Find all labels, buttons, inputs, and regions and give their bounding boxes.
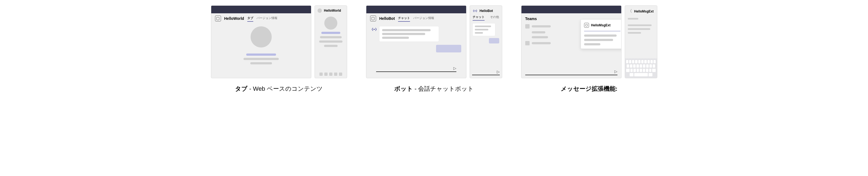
send-icon[interactable]: ▷: [615, 69, 617, 74]
placeholder-line: [532, 42, 551, 44]
caption-bold: タブ: [235, 85, 248, 92]
keyboard[interactable]: [625, 58, 657, 78]
svg-point-1: [374, 29, 375, 30]
mobile-header: HelloBot: [470, 6, 502, 15]
caption-tab: タブ - Web ベースのコンテンツ: [235, 85, 323, 93]
app-icon-inner: [585, 24, 588, 26]
avatar-placeholder: [251, 26, 272, 48]
placeholder-line: [475, 32, 483, 34]
app-icon-inner: [372, 17, 374, 20]
mobile-content: [315, 15, 347, 70]
group-msgext: Teams HelloMsgExt: [521, 5, 657, 93]
bot-message-bubble: [473, 23, 495, 36]
bot-message-row: [371, 26, 461, 42]
placeholder-line: [382, 29, 431, 31]
titlebar: [366, 6, 466, 13]
app-icon: [370, 16, 376, 22]
titlebar: [211, 6, 311, 13]
mobile-frame-msgext: 〈 HelloMsgExt: [625, 5, 657, 78]
compose-wrapper: ▷: [371, 66, 461, 75]
caption-msgext: メッセージ拡張機能:: [561, 85, 617, 93]
tab-tab[interactable]: タブ: [247, 16, 253, 21]
svg-point-0: [373, 29, 374, 30]
placeholder-line: [532, 31, 545, 33]
send-icon[interactable]: ▷: [454, 66, 456, 70]
compose-input[interactable]: ▷: [525, 69, 617, 75]
app-title-mobile: HelloWorld: [324, 9, 341, 12]
header-row: HelloWorld タブ バージョン情報: [211, 13, 311, 24]
placeholder-line: [584, 39, 613, 41]
mobile-header: 〈 HelloMsgExt: [625, 6, 657, 16]
caption-bot: ボット - 会話チャットボット: [394, 85, 474, 93]
mobile-frame-hellobot: HelloBot チャット その他 ▷: [470, 5, 502, 78]
desktop-frame-msgext: Teams HelloMsgExt: [521, 5, 621, 78]
placeholder-line: [584, 34, 617, 37]
placeholder-line: [321, 32, 340, 34]
desktop-frame-helloworld: HelloWorld タブ バージョン情報: [211, 5, 311, 78]
tab-other[interactable]: その他: [490, 15, 499, 20]
pair-msgext: Teams HelloMsgExt: [521, 5, 657, 78]
caption-rest: - 会話チャットボット: [413, 85, 474, 92]
user-message-bubble: [489, 38, 499, 44]
msgext-card: HelloMsgExt: [581, 19, 621, 49]
app-icon: [215, 16, 221, 22]
caption-bold: メッセージ拡張機能:: [561, 85, 617, 92]
avatar-placeholder: [324, 17, 337, 30]
placeholder-line: [320, 36, 342, 38]
tab-chat[interactable]: チャット: [473, 15, 485, 20]
compose-wrapper: ▷: [525, 69, 617, 75]
app-icon-inner: [216, 17, 219, 20]
desktop-frame-hellobot: HelloBot チャット バージョン情報 ▷: [366, 5, 466, 78]
square-icon: [525, 24, 530, 28]
mobile-body: [625, 16, 657, 78]
nav-dots[interactable]: [315, 70, 347, 78]
placeholder-line: [628, 28, 650, 30]
placeholder-line: [246, 53, 276, 56]
pair-tab: HelloWorld タブ バージョン情報 HelloWorld: [211, 5, 347, 78]
svg-point-3: [475, 10, 476, 11]
placeholder-line: [532, 25, 551, 27]
placeholder-line: [382, 33, 425, 35]
placeholder-line: [244, 58, 279, 60]
app-title-mobile: HelloMsgExt: [634, 9, 654, 13]
tab-version-info[interactable]: バージョン情報: [413, 16, 434, 21]
app-icon: [584, 23, 589, 28]
placeholder-line: [628, 24, 652, 26]
app-title-mobile: HelloBot: [480, 9, 493, 13]
pair-bot: HelloBot チャット バージョン情報 ▷: [366, 5, 502, 78]
mobile-body: ▷: [470, 21, 502, 78]
app-title: HelloBot: [379, 16, 395, 21]
placeholder-line: [475, 26, 491, 27]
placeholder-line: [628, 32, 641, 34]
placeholder-line: [324, 45, 338, 47]
mobile-chat-content: [470, 21, 502, 68]
teams-body: Teams HelloMsgExt: [522, 13, 621, 78]
caption-rest: - Web ベースのコンテンツ: [248, 85, 323, 92]
caption-bold: ボット: [394, 85, 413, 92]
chat-area: ▷: [366, 24, 466, 78]
mobile-content: [625, 16, 657, 58]
placeholder-line: [250, 62, 272, 65]
content-placeholder: [211, 24, 311, 65]
back-icon[interactable]: 〈: [628, 8, 632, 14]
titlebar: [522, 6, 621, 13]
mobile-body: [315, 15, 347, 78]
user-message-bubble: [436, 45, 461, 52]
compose-input[interactable]: ▷: [376, 66, 456, 72]
mobile-header: HelloWorld: [315, 6, 347, 15]
bot-message-bubble: [379, 26, 439, 42]
placeholder-line: [532, 36, 548, 38]
send-icon[interactable]: ▷: [497, 70, 500, 74]
tab-chat[interactable]: チャット: [398, 16, 410, 21]
placeholder-line: [382, 37, 409, 39]
avatar-small: [317, 8, 322, 13]
compose-input[interactable]: ▷: [472, 70, 500, 75]
square-icon: [525, 41, 530, 45]
bot-icon: [473, 8, 477, 13]
bot-icon: [371, 26, 377, 32]
card-title: HelloMsgExt: [591, 23, 611, 27]
tab-version-info[interactable]: バージョン情報: [256, 16, 277, 21]
placeholder-line: [628, 18, 638, 20]
header-row: HelloBot チャット バージョン情報: [366, 13, 466, 24]
mobile-frame-helloworld: HelloWorld: [315, 5, 347, 78]
